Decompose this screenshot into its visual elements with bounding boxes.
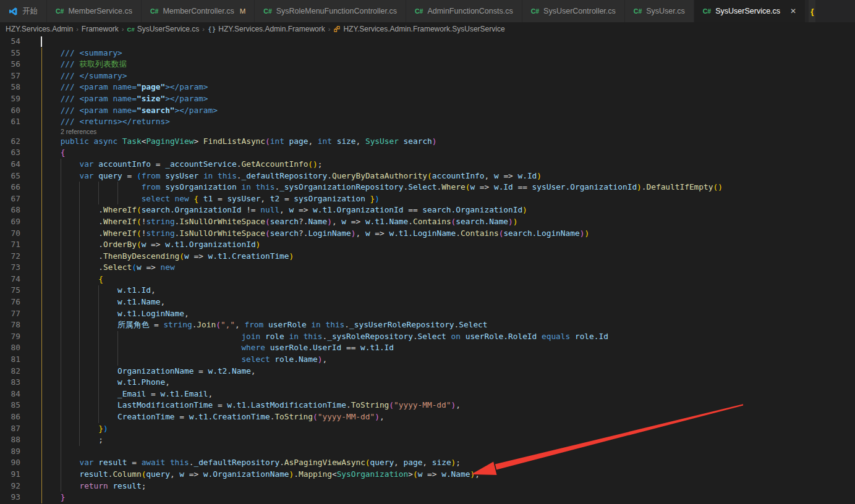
breadcrumb-item[interactable]: HZY.Services.Admin.Framework.SysUserServ… [333,25,504,33]
tab[interactable]: C#SysRoleMenuFunctionController.cs [255,0,406,22]
code-line[interactable]: 83 w.t1.Phone, [0,377,855,388]
line-number[interactable]: 57 [0,70,20,82]
line-number[interactable]: 59 [0,93,20,105]
code-line[interactable]: 61 /// <returns></returns> [0,116,855,128]
code-line[interactable]: 58 /// <param name="page"></param> [0,82,855,93]
code-line[interactable]: 80 where userRole.UserId == w.t1.Id [0,342,855,354]
code-line[interactable]: 59 /// <param name="size"></param> [0,93,855,105]
code-line[interactable]: 69 .WhereIf(!string.IsNullOrWhiteSpace(s… [0,216,855,228]
line-number[interactable]: 92 [0,481,20,492]
code-line[interactable]: 60 /// <param name="search"></param> [0,105,855,117]
line-number[interactable]: 81 [0,354,20,366]
tab[interactable]: C#SysUser.cs [625,0,694,22]
code-line[interactable]: 91 result.Column(query, w => w.Organizat… [0,469,855,481]
code-line[interactable]: 57 /// </summary> [0,70,855,82]
code-line[interactable]: 76 w.t1.Name, [0,296,855,308]
tab[interactable]: C#SysUserController.cs [522,0,625,22]
code-line[interactable]: 63 { [0,147,855,159]
tab[interactable]: C#MemberService.cs [47,0,142,22]
line-number[interactable]: 64 [0,159,20,170]
code-line[interactable]: 79 join role in this._sysRoleRepository.… [0,331,855,343]
line-number[interactable]: 93 [0,492,20,503]
tab-partial[interactable]: { [809,0,815,22]
line-number[interactable]: 76 [0,296,20,308]
tab[interactable]: 开始 [0,0,47,22]
line-number[interactable]: 88 [0,434,20,446]
code-line[interactable]: 74 { [0,274,855,285]
line-number[interactable]: 78 [0,319,20,331]
code-line[interactable]: 90 var result = await this._defaultRepos… [0,457,855,469]
code-line[interactable]: 78 所属角色 = string.Join(",", from userRole… [0,319,855,331]
line-number[interactable]: 82 [0,366,20,377]
line-number[interactable]: 61 [0,116,20,128]
code-line[interactable]: 89 [0,446,855,458]
code-line[interactable]: 70 .WhereIf(!string.IsNullOrWhiteSpace(s… [0,228,855,240]
line-number[interactable]: 55 [0,48,20,59]
code-line[interactable]: 54 [0,36,855,48]
breadcrumb-item[interactable]: Framework [82,25,119,33]
line-number[interactable]: 83 [0,377,20,388]
line-number[interactable]: 72 [0,251,20,262]
line-number[interactable]: 80 [0,342,20,354]
codelens-references[interactable]: 2 references [0,128,855,136]
line-number[interactable]: 58 [0,82,20,93]
code-line[interactable]: 88 ; [0,434,855,446]
line-number[interactable]: 85 [0,400,20,411]
line-number[interactable]: 89 [0,446,20,458]
line-number[interactable]: 71 [0,239,20,251]
code-line[interactable]: 75 w.t1.Id, [0,285,855,296]
line-number[interactable]: 67 [0,193,20,205]
code-line[interactable]: 92 return result; [0,481,855,492]
code-line[interactable]: 85 LastModificationTime = w.t1.LastModif… [0,400,855,411]
code-line[interactable]: 77 w.t1.LoginName, [0,308,855,320]
line-number[interactable]: 69 [0,216,20,228]
line-number[interactable]: 63 [0,147,20,159]
line-number[interactable]: 74 [0,274,20,285]
code-text: var result = await this._defaultReposito… [20,457,461,469]
code-line[interactable]: 71 .OrderBy(w => w.t1.OrganizationId) [0,239,855,251]
code-line[interactable]: 55 /// <summary> [0,48,855,59]
line-number[interactable]: 75 [0,285,20,296]
code-line[interactable]: 87 }) [0,423,855,435]
code-line[interactable]: 65 var query = (from sysUser in this._de… [0,170,855,182]
code-line[interactable]: 73 .Select(w => new [0,262,855,274]
line-number[interactable]: 84 [0,388,20,400]
tab[interactable]: C#SysUserService.cs✕ [694,0,806,22]
code-line[interactable]: 68 .WhereIf(search.OrganizationId != nul… [0,204,855,216]
line-number[interactable]: 91 [0,469,20,481]
code-line[interactable]: 72 .ThenByDescending(w => w.t1.CreationT… [0,251,855,262]
tab[interactable]: C#AdminFunctionConsts.cs [406,0,522,22]
line-number[interactable]: 68 [0,204,20,216]
line-number[interactable]: 54 [0,36,20,48]
code-editor[interactable]: 5455 /// <summary>56 /// 获取列表数据57 /// </… [0,36,855,504]
namespace-icon: {} [208,25,216,33]
code-line[interactable]: 67 select new { t1 = sysUser, t2 = sysOr… [0,193,855,205]
breadcrumb-item[interactable]: HZY.Services.Admin [6,25,73,33]
line-number[interactable]: 65 [0,170,20,182]
code-line[interactable]: 62 public async Task<PagingView> FindLis… [0,136,855,148]
line-number[interactable]: 87 [0,423,20,435]
line-number[interactable]: 86 [0,411,20,423]
line-number[interactable]: 70 [0,228,20,240]
line-number[interactable]: 66 [0,182,20,193]
code-text: from sysOrganization in this._sysOrganiz… [20,182,723,193]
line-number[interactable]: 60 [0,105,20,117]
code-line[interactable]: 86 CreationTime = w.t1.CreationTime.ToSt… [0,411,855,423]
code-line[interactable]: 81 select role.Name), [0,354,855,366]
line-number[interactable]: 79 [0,331,20,343]
line-number[interactable]: 77 [0,308,20,320]
close-icon[interactable]: ✕ [790,7,796,15]
line-number[interactable]: 62 [0,136,20,148]
breadcrumb-item[interactable]: {}HZY.Services.Admin.Framework [208,25,325,33]
code-line[interactable]: 56 /// 获取列表数据 [0,59,855,70]
code-line[interactable]: 82 OrganizationName = w.t2.Name, [0,366,855,377]
line-number[interactable]: 90 [0,457,20,469]
line-number[interactable]: 73 [0,262,20,274]
tab[interactable]: C#MemberController.csM [142,0,255,22]
code-line[interactable]: 84 _Email = w.t1.Email, [0,388,855,400]
code-line[interactable]: 93 } [0,492,855,503]
code-line[interactable]: 64 var accountInfo = _accountService.Get… [0,159,855,170]
breadcrumb-item[interactable]: C#SysUserService.cs [127,25,200,33]
line-number[interactable]: 56 [0,59,20,70]
code-line[interactable]: 66 from sysOrganization in this._sysOrga… [0,182,855,193]
